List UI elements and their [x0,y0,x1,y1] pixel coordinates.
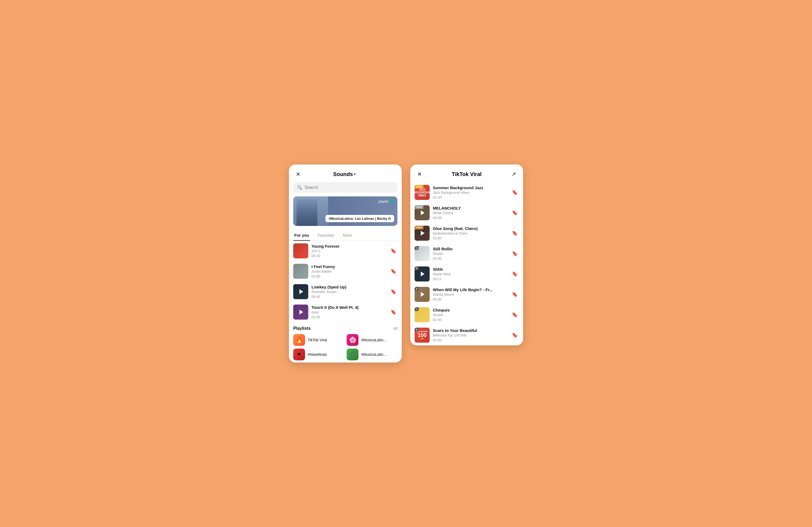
play-icon [421,231,424,236]
song-title: Scars to Your Beautiful [433,328,508,333]
viral-song-item[interactable]: 6 When Will My Life Begin? - Fr... Mandy… [410,284,523,304]
left-panel: ✕ Sounds ▾ 🔍 playlist #MusicaLatina: Las… [289,165,402,362]
song-duration: 01:00 [433,257,508,260]
song-duration: 01:00 [311,274,386,278]
bookmark-button[interactable]: 🔖 [511,229,519,237]
search-bar: 🔍 [293,182,397,193]
song-item[interactable]: Lowkey (Sped Up) Rochelle Jordan 00:40 🔖 [289,282,402,302]
playlist-label: playlist [378,200,388,204]
song-info: Lowkey (Sped Up) Rochelle Jordan 00:40 [311,285,386,299]
song-duration: 01:00 [311,315,386,319]
tab-favorites[interactable]: Favorites [317,230,335,241]
song-info: Still Rollin Shubh 01:00 [433,246,508,260]
song-info: Glue Song (feat. Clairo) beabadoobee & C… [433,226,508,240]
song-duration: 01:00 [433,338,508,342]
song-thumbnail: TOP1 JAZZ BACKGROUND VIBES [415,185,430,200]
bookmark-button[interactable]: 🔖 [511,290,519,298]
song-info: I Feel Funny Justin Bieber 01:00 [311,264,386,278]
search-icon: 🔍 [297,185,302,190]
song-item[interactable]: I Feel Funny Justin Bieber 01:00 🔖 [289,261,402,282]
song-list: Young Forever JAY-Z 00:30 🔖 I Feel Funny… [289,241,402,322]
song-title: When Will My Life Begin? - Fr... [433,287,508,292]
playlist-item[interactable]: 🔥 TikTok Viral [293,334,344,346]
rank-badge: TOP2 [415,205,423,209]
playlist-name: #NewMusic [308,352,327,357]
playlist-icon: 🌸 [347,334,359,346]
bookmark-button[interactable]: 🔖 [389,267,397,275]
song-duration: 01:00 [433,236,508,240]
song-thumbnail: 5 [415,267,430,282]
search-input[interactable] [305,185,394,190]
rank-badge: TOP1 [415,185,423,189]
viral-song-item[interactable]: TOP3 Glue Song (feat. Clairo) beabadoobe… [410,223,523,243]
song-thumbnail [293,243,308,258]
bookmark-button[interactable]: 🔖 [511,189,519,196]
viral-song-item[interactable]: 5 Shhh Nardo Wick 00:11 🔖 [410,264,523,284]
share-button[interactable]: ↗ [510,170,517,178]
playlist-item[interactable]: 🎵 #MusicaLatin... [347,349,397,360]
tab-for-you[interactable]: For you [293,230,310,241]
play-icon [300,310,303,315]
song-duration: 01:00 [433,195,508,199]
song-info: Touch It (Do It Well Pt. 4) dvsn 01:00 [311,305,386,319]
viral-song-item[interactable]: TOP2 MELANCHOLY White Cherry 02:08 🔖 [410,202,523,223]
bookmark-button[interactable]: 🔖 [511,331,519,339]
playlist-icon [389,199,394,204]
screens-container: ✕ Sounds ▾ 🔍 playlist #MusicaLatina: Las… [289,165,523,362]
song-duration: 02:08 [433,216,508,220]
banner[interactable]: playlist #MusicaLatina: Las Latinas | Be… [293,196,397,226]
song-info: MELANCHOLY White Cherry 02:08 [433,206,508,220]
playlists-header: Playlists All [293,326,397,331]
right-header: ✕ TikTok Viral ↗ [410,165,523,182]
play-overlay [293,304,308,320]
song-thumbnail: 4 [415,246,430,261]
song-info: Shhh Nardo Wick 00:11 [433,267,508,281]
song-item[interactable]: Touch It (Do It Well Pt. 4) dvsn 01:00 🔖 [289,302,402,322]
play-overlay [293,284,308,299]
bookmark-button[interactable]: 🔖 [511,311,519,319]
song-item[interactable]: Young Forever JAY-Z 00:30 🔖 [289,241,402,261]
rank-badge: 5 [415,267,419,270]
song-thumbnail [293,264,308,279]
bookmark-button[interactable]: 🔖 [511,270,519,278]
playlist-icon: ✦ [293,349,305,360]
viral-song-item[interactable]: TOP1 JAZZ BACKGROUND VIBES Summer Backgr… [410,182,523,202]
bookmark-button[interactable]: 🔖 [511,250,519,258]
rank-badge: 4 [415,246,419,250]
song-info: Young Forever JAY-Z 00:30 [311,244,386,258]
song-thumbnail: 8 BILLBOARD 100 HITS [415,328,430,343]
bookmark-button[interactable]: 🔖 [389,247,397,255]
song-artist: Billboard Top 100 Hits [433,333,508,337]
bookmark-button[interactable]: 🔖 [389,308,397,316]
song-duration: 00:11 [433,277,508,281]
viral-song-item[interactable]: 8 BILLBOARD 100 HITS Scars to Your Beaut… [410,325,523,345]
song-artist: Mandy Moore [433,292,508,297]
billboard-hits: HITS [420,338,424,340]
playlist-item[interactable]: ✦ #NewMusic [293,349,344,360]
playlists-all-button[interactable]: All [393,326,397,331]
song-title: Touch It (Do It Well Pt. 4) [311,305,386,310]
bookmark-button[interactable]: 🔖 [389,288,397,296]
rank-badge: 6 [415,287,419,291]
tab-more[interactable]: More [342,230,353,241]
song-title: Lowkey (Sped Up) [311,285,386,289]
close-button-right[interactable]: ✕ [416,170,423,178]
banner-figure [293,196,328,226]
playlist-item[interactable]: 🌸 #MusicaLatin... [347,334,397,346]
song-title: Summer Background Jazz [433,185,508,190]
playlist-icon: 🎵 [347,349,359,360]
song-info: Summer Background Jazz Jazz Background V… [433,185,508,199]
bookmark-button[interactable]: 🔖 [511,209,519,217]
song-artist: Shubh [433,313,508,317]
playlist-icon: 🔥 [293,334,305,346]
billboard-num: 100 [418,332,426,338]
viral-song-item[interactable]: 4 Still Rollin Shubh 01:00 🔖 [410,243,523,264]
play-icon [421,272,424,276]
song-artist: dvsn [311,310,386,314]
tabs: For you Favorites More [289,230,402,241]
song-artist: Justin Bieber [311,269,386,273]
song-thumbnail [293,304,308,320]
viral-song-item[interactable]: 7 Cheques Shubh 01:00 🔖 [410,304,523,325]
song-thumbnail [293,284,308,299]
close-button[interactable]: ✕ [295,170,302,178]
